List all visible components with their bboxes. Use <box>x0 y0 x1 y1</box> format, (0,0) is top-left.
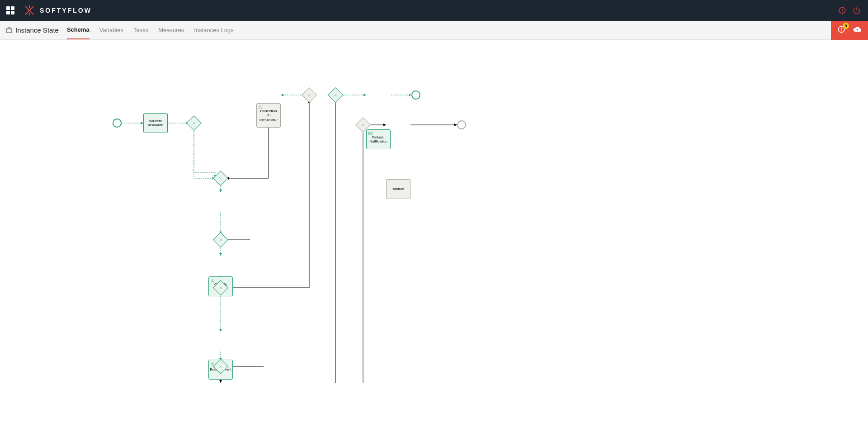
tab-tasks[interactable]: Tasks <box>133 21 148 39</box>
svg-point-2 <box>842 12 843 12</box>
svg-point-7 <box>841 31 842 31</box>
tab-measures[interactable]: Measures <box>158 21 184 39</box>
logo-mark-icon <box>24 5 35 16</box>
tab-variables[interactable]: Variables <box>99 21 123 39</box>
topbar: SOFTYFLOW <box>0 0 868 21</box>
task-annule[interactable]: Annulé <box>386 179 410 199</box>
svg-point-11 <box>212 362 213 364</box>
power-icon[interactable] <box>853 6 861 14</box>
tab-instances-logs[interactable]: Instances Logs <box>194 21 233 39</box>
flow-connectors <box>0 40 705 423</box>
subbar: Instance State Schema Variables Tasks Me… <box>0 21 868 40</box>
gateway-3[interactable]: ✕ <box>215 234 226 245</box>
subbar-actions: 0 <box>831 21 868 40</box>
gateway-1[interactable]: ✕ <box>189 118 199 128</box>
svg-rect-4 <box>6 29 12 33</box>
topbar-actions <box>838 6 861 14</box>
task-refuse-notification[interactable]: Refusé: Notification <box>366 129 391 149</box>
mail-icon <box>368 131 373 136</box>
error-count-badge: 0 <box>843 23 849 29</box>
cloud-save-icon[interactable] <box>853 25 862 36</box>
task-correction[interactable]: Correction du demandeur <box>256 103 281 128</box>
tab-schema[interactable]: Schema <box>67 21 90 39</box>
bpmn-canvas[interactable]: Nouvelle demande ✕ Correction du demande… <box>0 40 868 423</box>
alert-icon[interactable] <box>838 6 846 14</box>
briefcase-icon <box>5 27 13 34</box>
gateway-top2[interactable]: ✕ <box>330 90 341 100</box>
tabs: Schema Variables Tasks Measures Instance… <box>67 21 234 39</box>
task-nouvelle-demande[interactable]: Nouvelle demande <box>143 113 168 133</box>
apps-grid-icon[interactable] <box>6 6 14 14</box>
gateway-2[interactable]: ✕ <box>215 173 226 184</box>
error-badge-button[interactable]: 0 <box>837 25 845 35</box>
svg-point-10 <box>212 279 213 280</box>
logo[interactable]: SOFTYFLOW <box>24 5 92 16</box>
end-event-gray[interactable] <box>457 120 466 129</box>
end-event-green[interactable] <box>411 90 420 100</box>
gateway-5[interactable]: ✕ <box>215 361 226 372</box>
user-task-icon <box>210 278 215 283</box>
gateway-top[interactable]: ✕ <box>304 90 315 100</box>
page-title: Instance State <box>5 26 59 34</box>
svg-rect-9 <box>368 132 372 135</box>
logo-text: SOFTYFLOW <box>40 7 92 14</box>
gateway-4[interactable]: ✕ <box>215 282 226 293</box>
start-event[interactable] <box>113 119 122 128</box>
svg-point-8 <box>259 106 261 107</box>
user-task-icon <box>258 105 263 109</box>
gateway-annule[interactable]: ✕ <box>358 119 368 130</box>
